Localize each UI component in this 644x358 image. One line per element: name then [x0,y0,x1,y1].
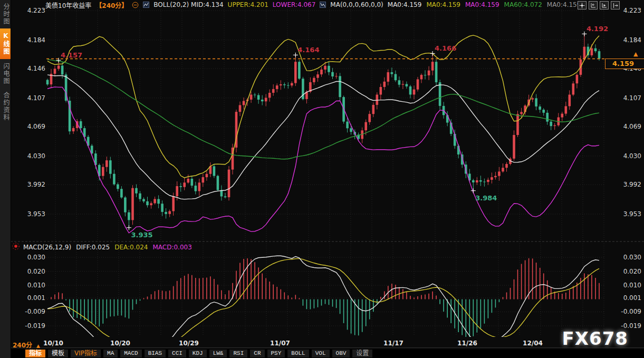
x-axis-date-label: 10/29 [179,340,199,347]
y-axis-label-right: 4.107 [607,94,641,102]
sidebar-tab-2[interactable]: K线图 [0,28,11,59]
y-axis-label-right: 4.184 [607,36,641,44]
triangle-up-icon: ▲ [36,343,40,349]
x-axis-date-label: 11/17 [383,340,403,347]
watermark-logo: FX678 [562,328,628,349]
y-axis-label-left: 3.992 [13,181,45,188]
x-axis-date-label: 10/10 [43,340,63,347]
y-axis-label-right: 3.953 [607,210,641,218]
price-up-arrow-icon: ▲ [633,51,638,57]
y-axis-label-left: 4.223 [13,7,45,14]
macd-dea-value: DEA:0.024 [114,244,148,251]
macd-header: MACD(26,12,9) DIFF:0.025 DEA:0.024 MACD:… [23,244,192,251]
y-axis-label-left: 4.069 [13,123,45,130]
toolbar-button-lw[interactable]: LW& [209,350,227,357]
ma-value: MA60:4.072 [504,1,542,8]
toolbar-button-ma[interactable]: MA [103,350,118,357]
ma-value: MA0:4.159 [426,1,460,8]
ma-value: MA0:4.159 [388,1,422,8]
toolbar-button-bias[interactable]: BIAS [145,350,166,357]
x-axis-date-label: 10/20 [110,340,130,347]
sidebar-tab-4[interactable]: 合约资料 [0,90,11,123]
toolbar-button-boll[interactable]: BOLL [287,350,309,357]
macd-axis-label-left: 0.020 [13,268,45,275]
period-text: 240分 [13,342,32,349]
boll-indicator-icon[interactable] [143,2,149,8]
macd-axis-label-left: 0.010 [13,282,45,289]
collapse-right-icon[interactable] [611,1,620,9]
y-axis-label-right: 4.030 [607,152,641,160]
symbol-title: 美债10年收益率 [45,1,91,9]
chart-header: 美债10年收益率 【240分】 BOLL(20,2) MID:4.134 UPP… [45,1,581,9]
period-label[interactable]: 【240分】 [95,1,128,9]
candlestick-chart-canvas[interactable] [0,0,644,358]
macd-macd-value: MACD:0.003 [152,244,191,251]
toolbar-button-设置[interactable]: 设置 [352,350,372,357]
ma-value: MA0:4.159 [465,1,499,8]
y-axis-label-left: 4.184 [13,36,45,44]
macd-axis-label-right: -0.009 [607,308,641,315]
current-price-box: 4.159 [605,59,644,69]
pan-icon[interactable] [578,1,587,9]
y-axis-label-left: 4.146 [13,65,45,72]
macd-axis-label-right: 0.001 [607,294,641,302]
x-axis-date-label: 11/26 [457,340,477,347]
toolbar-button-psy[interactable]: PSY [267,350,285,357]
macd-axis-label-left: 0.001 [13,294,45,302]
toolbar-button-cci[interactable]: CCI [168,350,186,357]
chart-window-controls [578,1,620,9]
boll-values: BOLL(20,2) MID:4.134 [153,1,223,8]
minus-circle-icon[interactable] [132,2,139,8]
y-axis-label-left: 3.953 [13,210,45,218]
toolbar-button-指标[interactable]: 指标 [25,350,45,357]
macd-axis-label-left: -0.019 [13,322,45,330]
price-annotation: 3.935 [131,231,152,239]
toolbar-button-macd[interactable]: MACD [120,350,141,357]
ma-indicator-icon[interactable] [320,2,326,8]
axis-play-icon[interactable] [600,1,609,9]
x-axis-date-label: 11/07 [270,340,290,347]
macd-axis-label-right: 0.020 [607,268,641,275]
ma-params: MA(0,0,0,60,0,0) [330,1,383,8]
ma-values: MA0:4.159MA0:4.159MA0:4.159MA60:4.072MA0… [388,1,581,8]
macd-axis-label-left: -0.009 [13,308,45,315]
macd-params-label: MACD(26,12,9) [23,244,71,251]
price-annotation: 3.984 [475,194,497,202]
toolbar-button-rsi[interactable]: RSI [229,350,247,357]
boll-lower-value: LOWER:4.067 [273,1,316,8]
red-burst-icon[interactable] [12,242,20,253]
toolbar-button-cr[interactable]: CR [250,350,264,357]
macd-axis-label-right: 0.010 [607,282,641,289]
y-axis-label-right: 4.069 [607,123,641,130]
price-annotation: 4.192 [587,25,608,33]
y-axis-label-right: 3.992 [607,181,641,188]
y-axis-label-left: 4.107 [13,94,45,102]
price-annotation: 4.166 [435,44,456,52]
current-price-value: 4.159 [612,60,634,67]
toolbar-button-vip指标[interactable]: VIP指标 [71,350,101,357]
axis-shrink-icon[interactable] [589,1,598,9]
trading-app: 分时图K线图闪电图合约资料 美债10年收益率 【240分】 BOLL(20,2)… [0,0,644,358]
ma-value: MA0:4.159 [547,1,581,8]
y-axis-label-left: 4.030 [13,152,45,160]
price-annotation: 4.164 [297,46,319,54]
macd-axis-label-left: 0.030 [13,254,45,261]
sidebar-tab-3[interactable]: 闪电图 [0,61,11,86]
indicator-toolbar: 指标模板VIP指标MAMACDBIASCCIKDJLW&RSICRPSYBOLL… [11,349,644,358]
price-annotation: 4.157 [61,51,82,59]
macd-diff-value: DIFF:0.025 [76,244,110,251]
toolbar-button-obv[interactable]: OBV [332,350,350,357]
x-axis-date-label: 12/04 [523,340,543,347]
sidebar-tab-1[interactable]: 分时图 [0,2,11,26]
toolbar-button-vol[interactable]: VOL [312,350,330,357]
macd-axis-label-right: 0.030 [607,254,641,261]
period-selector[interactable]: 240分▲ [13,340,40,349]
boll-upper-value: UPPER:4.201 [228,1,268,8]
toolbar-button-kdj[interactable]: KDJ [189,350,207,357]
toolbar-button-模板[interactable]: 模板 [48,350,68,357]
sidebar: 分时图K线图闪电图合约资料 [0,0,11,358]
